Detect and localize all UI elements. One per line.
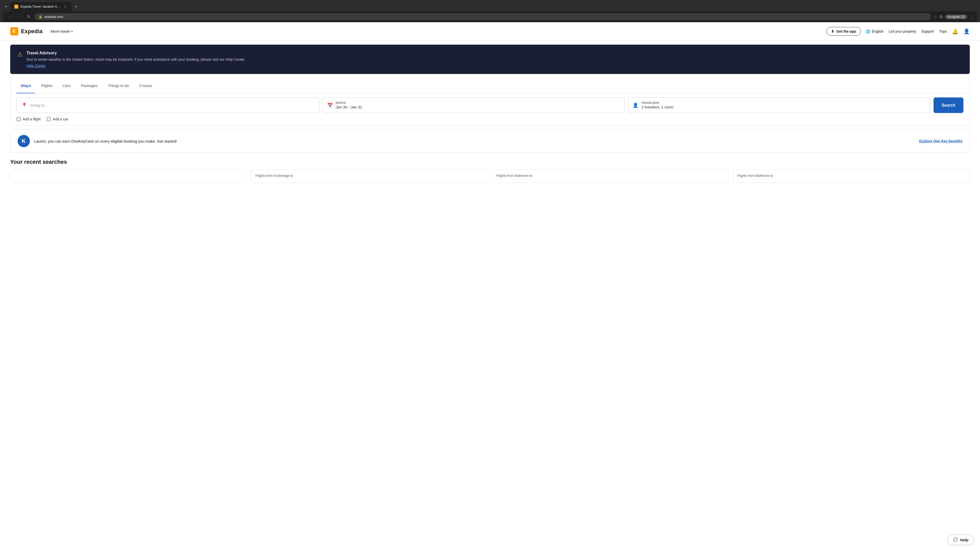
add-car-label: Add a car [53, 117, 68, 121]
onekey-left: K Lauren, you can earn OneKeyCash on eve… [18, 135, 177, 147]
onekey-avatar: K [18, 135, 30, 147]
onekey-banner: K Lauren, you can earn OneKeyCash on eve… [10, 130, 970, 152]
person-icon: 👤 [633, 103, 638, 108]
recent-searches-title: Your recent searches [10, 159, 970, 165]
add-flight-checkbox-box [17, 117, 21, 121]
tab-things-to-do[interactable]: Things to do [104, 78, 133, 94]
dates-label: Dates [336, 101, 362, 104]
explore-onekey-link[interactable]: Explore One Key benefits [919, 139, 963, 143]
recent-card-2-body: Flights from Anchorage to [251, 170, 488, 183]
recent-card-3-body: Flights from Baltimore to [492, 170, 729, 183]
lock-icon: 🔒 [38, 15, 42, 19]
notifications-button[interactable]: 🔔 [952, 28, 958, 35]
globe-icon: 🌐 [866, 29, 870, 33]
address-bar[interactable]: 🔒 expedia.com [35, 13, 931, 20]
recent-card-1-body [11, 170, 247, 179]
recent-card-4[interactable]: Flights from Baltimore to [733, 169, 970, 183]
help-button[interactable]: 💬 Help [948, 535, 974, 545]
recent-card-4-body: Flights from Baltimore to [733, 170, 969, 183]
tab-group-arrow[interactable]: ▼ [3, 4, 9, 10]
recent-card-4-label: Flights from Baltimore to [737, 174, 966, 178]
get-app-label: Get the app [836, 29, 856, 33]
forward-button[interactable]: → [16, 14, 23, 20]
add-flight-label: Add a flight [23, 117, 41, 121]
tab-stays[interactable]: Stays [17, 78, 35, 94]
travelers-label: Travelers [641, 101, 673, 104]
location-icon: 📍 [21, 103, 27, 108]
site-header: E Expedia More travel ▾ ⬇ Get the app 🌐 … [0, 22, 980, 41]
back-button[interactable]: ← [6, 14, 13, 20]
recent-searches-section: Your recent searches Flights from Anchor… [10, 159, 970, 183]
tab-close-button[interactable]: × [63, 4, 67, 9]
split-view-button[interactable]: ⧉ [940, 14, 942, 19]
address-text: expedia.com [45, 15, 63, 19]
incognito-badge[interactable]: Incognito (2) [945, 14, 967, 19]
download-icon: ⬇ [831, 29, 834, 33]
destination-placeholder: Going to [30, 103, 45, 107]
active-tab[interactable]: E Expedia Travel: Vacation Homes... × [10, 2, 72, 11]
more-options-button[interactable]: ⋮ [970, 14, 974, 19]
add-flight-checkbox[interactable]: Add a flight [17, 117, 41, 121]
trips-button[interactable]: Trips [939, 29, 947, 33]
advisory-banner: ⚠ Travel Advisory Due to winter weather … [10, 44, 970, 74]
help-icon: 💬 [953, 537, 958, 542]
recent-card-3-label: Flights from Baltimore to [496, 174, 724, 178]
search-fields: 📍 Going to 📅 Dates Jan 30 - Jan 31 👤 Tra… [11, 94, 969, 117]
recent-card-2[interactable]: Flights from Anchorage to [251, 169, 488, 183]
refresh-button[interactable]: ↻ [25, 13, 32, 20]
recent-cards: Flights from Anchorage to Flights from B… [10, 169, 970, 183]
dates-field-content: Dates Jan 30 - Jan 31 [336, 101, 362, 109]
chevron-down-icon: ▾ [71, 30, 73, 33]
more-travel-button[interactable]: More travel ▾ [51, 29, 73, 33]
destination-field[interactable]: 📍 Going to [17, 97, 319, 113]
browser-tab-bar: ▼ E Expedia Travel: Vacation Homes... × … [3, 2, 977, 11]
travelers-value: 2 travelers, 1 room [641, 105, 673, 109]
user-account-button[interactable]: 👤 [963, 28, 970, 35]
warning-icon: ⚠ [18, 51, 22, 58]
advisory-text: Due to winter weather in the United Stat… [27, 57, 245, 62]
advisory-content: Travel Advisory Due to winter weather in… [27, 51, 245, 68]
search-button[interactable]: Search [934, 97, 963, 113]
get-app-button[interactable]: ⬇ Get the app [826, 27, 861, 36]
recent-card-3[interactable]: Flights from Baltimore to [492, 169, 729, 183]
tab-packages[interactable]: Packages [77, 78, 102, 94]
language-button[interactable]: 🌐 English [866, 29, 883, 33]
search-tabs: Stays Flights Cars Packages Things to do… [11, 78, 969, 94]
bookmark-button[interactable]: ☆ [934, 14, 937, 19]
tab-title: Expedia Travel: Vacation Homes... [21, 5, 61, 8]
new-tab-button[interactable]: + [73, 3, 80, 11]
travelers-field[interactable]: 👤 Travelers 2 travelers, 1 room [628, 97, 931, 113]
header-left: E Expedia More travel ▾ [10, 27, 73, 35]
search-extras: Add a flight Add a car [11, 117, 969, 125]
tab-cruises[interactable]: Cruises [135, 78, 156, 94]
tab-cars[interactable]: Cars [59, 78, 75, 94]
help-label: Help [960, 538, 969, 542]
destination-field-content: Going to [30, 103, 45, 108]
browser-chrome: ▼ E Expedia Travel: Vacation Homes... × … [0, 0, 980, 22]
advisory-help-link[interactable]: Help Center [27, 64, 245, 68]
more-travel-label: More travel [51, 29, 70, 33]
header-right: ⬇ Get the app 🌐 English List your proper… [826, 27, 970, 36]
page-content: E Expedia More travel ▾ ⬇ Get the app 🌐 … [0, 22, 980, 551]
recent-card-1[interactable] [10, 169, 247, 183]
add-car-checkbox[interactable]: Add a car [47, 117, 68, 121]
logo-text: Expedia [21, 28, 42, 35]
browser-actions: ☆ ⧉ Incognito (2) ⋮ [934, 14, 974, 19]
dates-field[interactable]: 📅 Dates Jan 30 - Jan 31 [322, 97, 625, 113]
browser-toolbar: ← → ↻ 🔒 expedia.com ☆ ⧉ Incognito (2) ⋮ [3, 11, 977, 22]
onekey-message: Lauren, you can earn OneKeyCash on every… [34, 139, 177, 143]
tab-flights[interactable]: Flights [37, 78, 56, 94]
support-button[interactable]: Support [921, 29, 934, 33]
add-car-checkbox-box [47, 117, 51, 121]
list-property-button[interactable]: List your property [889, 29, 916, 33]
tab-favicon: E [14, 5, 18, 9]
calendar-icon: 📅 [327, 103, 333, 108]
language-label: English [872, 29, 883, 33]
advisory-title: Travel Advisory [27, 51, 245, 56]
recent-card-2-label: Flights from Anchorage to [256, 174, 484, 178]
search-widget: Stays Flights Cars Packages Things to do… [10, 78, 970, 125]
dates-value: Jan 30 - Jan 31 [336, 105, 362, 109]
travelers-field-content: Travelers 2 travelers, 1 room [641, 101, 673, 109]
logo[interactable]: E Expedia [10, 27, 42, 35]
logo-icon: E [10, 27, 18, 35]
